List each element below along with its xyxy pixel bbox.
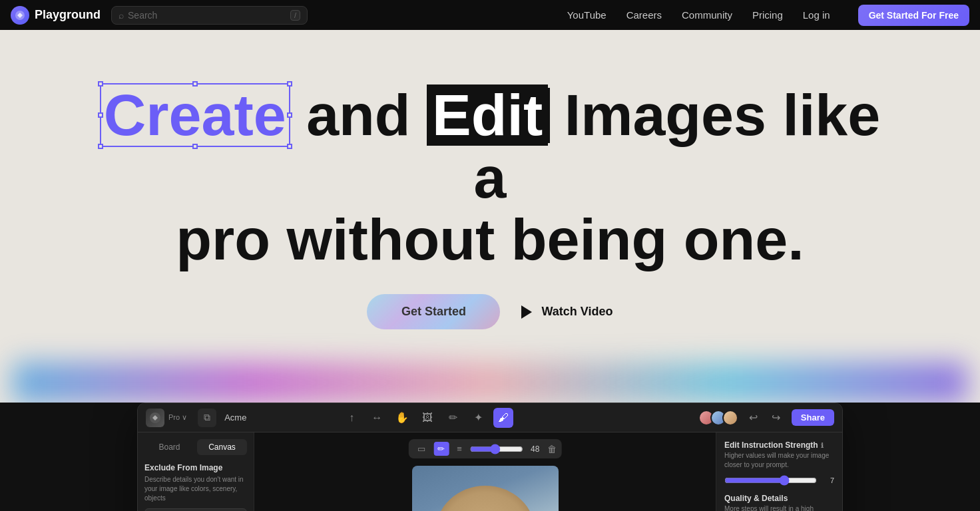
- strength-title: Edit Instruction Strength ℹ: [724, 440, 834, 450]
- exclude-input[interactable]: Blurry, Watermark, Text: [144, 508, 247, 511]
- app-canvas: ▭ ✏ ≡ 48 🗑: [254, 432, 716, 511]
- strength-value: 7: [821, 476, 834, 484]
- hero-section: Create and Edit Images like a pro withou…: [0, 30, 980, 403]
- canvas-size-slider[interactable]: [470, 444, 523, 454]
- toolbar-upload-btn[interactable]: ↑: [342, 408, 362, 428]
- nav-logo[interactable]: Playground: [11, 6, 101, 25]
- canvas-rect-btn[interactable]: ▭: [413, 442, 429, 456]
- canvas-slider-area: [470, 444, 523, 454]
- toolbar-center: ↑ ↔ ✋ 🖼 ✏ ✦ 🖌: [342, 408, 513, 428]
- tab-canvas[interactable]: Canvas: [197, 439, 247, 455]
- play-icon: [521, 305, 535, 319]
- portrait-face: [435, 486, 535, 511]
- nav-link-careers[interactable]: Careers: [626, 9, 662, 21]
- app-preview: Pro ∨ ⧉ Acme ↑ ↔ ✋ 🖼 ✏ ✦ 🖌 ↩: [137, 403, 843, 511]
- avatar-3: [722, 410, 738, 426]
- nav-link-community[interactable]: Community: [682, 9, 732, 21]
- app-title: Acme: [224, 413, 246, 423]
- canvas-brush-btn[interactable]: ✏: [433, 442, 449, 456]
- toolbar-hand-btn[interactable]: ✋: [392, 408, 412, 428]
- strength-desc: Higher values will make your image close…: [724, 451, 834, 470]
- canvas-line-btn[interactable]: ≡: [453, 442, 466, 456]
- strength-slider[interactable]: [724, 475, 817, 486]
- navbar: Playground ⌕ Search / YouTube Careers Co…: [0, 0, 980, 30]
- toolbar-image-btn[interactable]: 🖼: [417, 408, 437, 428]
- hero-buttons: Get Started Watch Video: [367, 294, 612, 329]
- headline-line2: pro without being one.: [176, 206, 804, 272]
- nav-login[interactable]: Log in: [803, 9, 830, 21]
- search-icon: ⌕: [119, 10, 124, 21]
- share-button[interactable]: Share: [792, 409, 834, 426]
- canvas-delete-btn[interactable]: 🗑: [547, 444, 557, 454]
- quality-title: Quality & Details: [724, 494, 834, 503]
- nav-link-youtube[interactable]: YouTube: [567, 9, 607, 21]
- toolbar-right: ↩ ↪ Share: [698, 408, 834, 428]
- canvas-inner-toolbar: ▭ ✏ ≡ 48 🗑: [408, 439, 562, 458]
- app-logo-badge: [146, 409, 164, 427]
- toolbar-move-btn[interactable]: ↔: [367, 408, 387, 428]
- canvas-size-value: 48: [527, 444, 543, 454]
- pro-badge: Pro ∨: [168, 413, 187, 422]
- search-placeholder: Search: [128, 10, 157, 21]
- app-body: Board Canvas Exclude From Image Describe…: [138, 432, 842, 511]
- app-toolbar: Pro ∨ ⧉ Acme ↑ ↔ ✋ 🖼 ✏ ✦ 🖌 ↩: [138, 403, 842, 432]
- app-sidebar: Board Canvas Exclude From Image Describe…: [138, 432, 254, 511]
- tab-board[interactable]: Board: [144, 439, 194, 455]
- avatar-group: [698, 410, 738, 426]
- redo-btn[interactable]: ↪: [766, 408, 786, 428]
- toolbar-brush-btn[interactable]: 🖌: [493, 408, 513, 428]
- search-kbd: /: [290, 10, 300, 21]
- undo-redo: ↩ ↪: [744, 408, 786, 428]
- nav-link-pricing[interactable]: Pricing: [752, 9, 783, 21]
- get-started-button[interactable]: Get Started: [367, 294, 500, 329]
- nav-cta-button[interactable]: Get Started For Free: [858, 5, 969, 26]
- edit-word: Edit: [427, 85, 548, 146]
- search-bar[interactable]: ⌕ Search /: [111, 6, 308, 25]
- watch-video-button[interactable]: Watch Video: [521, 305, 612, 319]
- portrait-image: [412, 466, 559, 511]
- exclude-title: Exclude From Image: [144, 463, 247, 472]
- undo-btn[interactable]: ↩: [744, 408, 764, 428]
- create-word: Create: [100, 83, 290, 147]
- strength-info-icon: ℹ: [821, 442, 824, 449]
- logo-text: Playground: [35, 8, 101, 22]
- app-logo-area: Pro ∨: [146, 409, 187, 427]
- copy-icon[interactable]: ⧉: [198, 409, 216, 427]
- hero-headline: Create and Edit Images like a pro withou…: [91, 83, 889, 270]
- toolbar-pen-btn[interactable]: ✏: [443, 408, 463, 428]
- app-preview-wrapper: Pro ∨ ⧉ Acme ↑ ↔ ✋ 🖼 ✏ ✦ 🖌 ↩: [0, 403, 980, 511]
- exclude-desc: Describe details you don't want in your …: [144, 475, 247, 503]
- quality-desc: More steps will result in a high quality…: [724, 504, 834, 511]
- strength-slider-row: 7: [724, 475, 834, 486]
- logo-icon: [11, 6, 29, 25]
- nav-links: YouTube Careers Community Pricing Log in…: [567, 5, 969, 26]
- sidebar-tabs: Board Canvas: [144, 439, 247, 455]
- app-right-panel: Edit Instruction Strength ℹ Higher value…: [716, 432, 842, 511]
- toolbar-magic-btn[interactable]: ✦: [468, 408, 488, 428]
- glow-bar: [13, 363, 967, 403]
